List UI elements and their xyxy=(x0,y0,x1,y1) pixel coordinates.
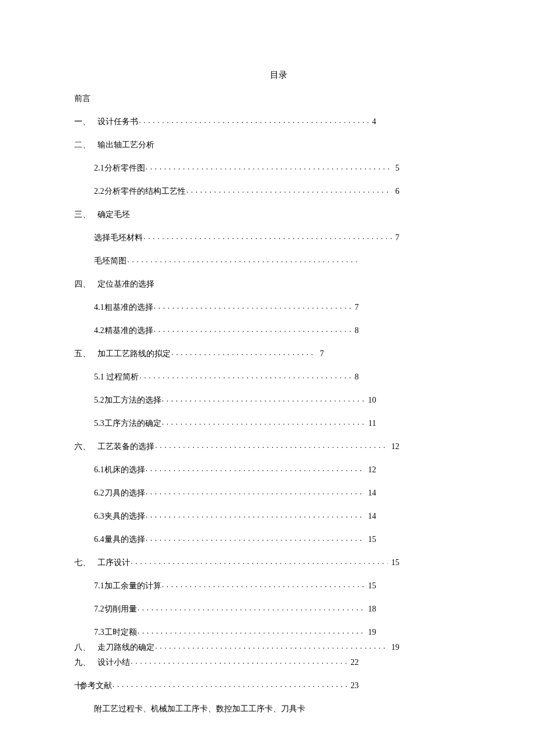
leader-dots: ........................................… xyxy=(154,643,388,650)
leader-dots: ........................................… xyxy=(161,396,365,403)
section-label: 6.3夹具的选择 xyxy=(94,511,145,522)
toc-subentry: 毛坯简图 ...................................… xyxy=(74,256,359,266)
toc-subentry: 2.2分析零件的结构工艺性 ..........................… xyxy=(74,186,399,197)
toc-subentry: 选择毛坯材料 .................................… xyxy=(74,233,399,243)
section-label: 5.2加工方法的选择 xyxy=(94,395,161,406)
toc-entry: 七、 工序设计 ................................… xyxy=(74,558,399,568)
page-number: 5 xyxy=(392,164,399,173)
section-label: 6.2刀具的选择 xyxy=(94,488,145,498)
leader-dots: ........................................… xyxy=(130,559,388,565)
preface: 前言 xyxy=(74,93,460,104)
section-number: 十、 xyxy=(74,681,80,691)
toc-subentry: 6.3夹具的选择 ...............................… xyxy=(74,511,376,522)
section-label: 2.2分析零件的结构工艺性 xyxy=(94,186,186,197)
section-label: 7.2切削用量 xyxy=(94,604,137,614)
leader-dots: ........................................… xyxy=(145,466,365,472)
leader-dots: ........................................… xyxy=(153,303,352,310)
toc-entry: 二、 输出轴工艺分析 xyxy=(74,140,460,150)
section-label: 输出轴工艺分析 xyxy=(98,140,154,150)
toc-subentry: 5.3工序方法的确定 .............................… xyxy=(74,418,376,429)
section-number: 一、 xyxy=(74,117,98,127)
leader-dots: ........................................… xyxy=(143,234,392,240)
section-label: 设计任务书 xyxy=(98,117,138,127)
leader-dots: ........................................… xyxy=(137,628,365,635)
section-label: 2.1分析零件图 xyxy=(94,163,145,173)
leader-dots: ........................................… xyxy=(161,582,365,588)
section-number: 六、 xyxy=(74,442,98,452)
toc-entry: 六、 工艺装备的选择 .............................… xyxy=(74,442,399,452)
page-number: 19 xyxy=(388,643,399,652)
section-label: 7.3工时定额 xyxy=(94,627,137,638)
page-number: 7 xyxy=(316,349,324,359)
page-number: 15 xyxy=(388,558,399,567)
section-label: 4.1粗基准的选择 xyxy=(94,302,153,313)
leader-dots: ........................................… xyxy=(171,350,316,356)
toc-entry: 十、 参考文献 ................................… xyxy=(74,681,359,691)
toc-entry: 五、 加工工艺路线的拟定 ...........................… xyxy=(74,349,324,359)
toc-entry: 四、 定位基准的选择 xyxy=(74,279,460,290)
section-number: 五、 xyxy=(74,349,98,359)
section-number: 四、 xyxy=(74,279,98,290)
section-label: 毛坯简图 xyxy=(94,256,127,266)
toc-subentry: 6.2刀具的选择 ...............................… xyxy=(74,488,376,498)
page-number: 12 xyxy=(365,465,376,475)
toc-subentry: 2.1分析零件图 ...............................… xyxy=(74,163,399,173)
section-number: 七、 xyxy=(74,558,98,568)
toc-subentry: 7.3工时定额 ................................… xyxy=(74,627,376,638)
section-label: 7.1加工余量的计算 xyxy=(94,581,161,591)
section-label: 5.1 过程简析 xyxy=(94,372,139,382)
toc-subentry: 7.1加工余量的计算 .............................… xyxy=(74,581,376,591)
leader-dots: ........................................… xyxy=(138,118,369,124)
page-number: 14 xyxy=(365,489,376,498)
page-number: 8 xyxy=(351,326,359,335)
section-label: 工艺装备的选择 xyxy=(98,442,154,452)
section-label: 走刀路线的确定 xyxy=(98,642,154,653)
page-number: 11 xyxy=(365,419,376,428)
section-number: 八、 xyxy=(74,642,98,653)
toc-subentry: 5.1 过程简析 ...............................… xyxy=(74,372,359,382)
section-label: 工序设计 xyxy=(98,558,130,568)
leader-dots: ........................................… xyxy=(145,536,365,542)
leader-dots: ........................................… xyxy=(139,373,351,379)
page-number: 4 xyxy=(369,117,376,126)
toc-entry: 三、 确定毛坯 xyxy=(74,209,460,220)
page-number: 15 xyxy=(365,581,376,591)
page-number: 22 xyxy=(347,658,359,667)
toc-entry: 八、 走刀路线的确定 .............................… xyxy=(74,642,399,653)
section-label: 设计小结 xyxy=(98,657,130,668)
toc-subentry: 6.1机床的选择 ...............................… xyxy=(74,465,376,475)
page-number: 23 xyxy=(347,681,359,690)
section-label: 6.4量具的选择 xyxy=(94,534,145,545)
toc-subentry: 4.2精基准的选择 ..............................… xyxy=(74,325,359,336)
leader-dots: ........................................… xyxy=(127,257,359,263)
page-number: 12 xyxy=(388,442,399,451)
page-number: 7 xyxy=(392,233,399,243)
leader-dots: ........................................… xyxy=(161,419,365,426)
toc-entry: 一、 设计任务书 ...............................… xyxy=(74,117,376,127)
appendix-line: 附工艺过程卡、机械加工工序卡、数控加工工序卡、刀具卡 xyxy=(74,704,460,714)
page-number: 6 xyxy=(392,187,399,196)
page-number: 15 xyxy=(365,535,376,544)
page-number: 7 xyxy=(351,303,359,312)
leader-dots: ........................................… xyxy=(145,512,365,519)
section-label: 5.3工序方法的确定 xyxy=(94,418,161,429)
page-number: 19 xyxy=(365,628,376,637)
leader-dots: ........................................… xyxy=(137,605,365,612)
section-label: 参考文献 xyxy=(80,681,112,691)
section-label: 加工工艺路线的拟定 xyxy=(98,349,171,359)
leader-dots: ........................................… xyxy=(145,164,392,171)
leader-dots: ........................................… xyxy=(153,327,352,333)
toc-subentry: 6.4量具的选择 ...............................… xyxy=(74,534,376,545)
leader-dots: ........................................… xyxy=(112,682,347,688)
toc-entry: 九、 设计小结 ................................… xyxy=(74,657,359,668)
section-number: 二、 xyxy=(74,140,98,150)
section-label: 定位基准的选择 xyxy=(98,279,154,290)
section-label: 选择毛坯材料 xyxy=(94,233,143,243)
page-number: 18 xyxy=(365,605,376,614)
section-number: 九、 xyxy=(74,657,98,668)
leader-dots: ........................................… xyxy=(145,489,365,495)
page-number: 14 xyxy=(365,512,376,521)
toc-subentry: 5.2加工方法的选择 .............................… xyxy=(74,395,376,406)
leader-dots: ........................................… xyxy=(186,187,392,194)
page-number: 8 xyxy=(351,372,359,382)
